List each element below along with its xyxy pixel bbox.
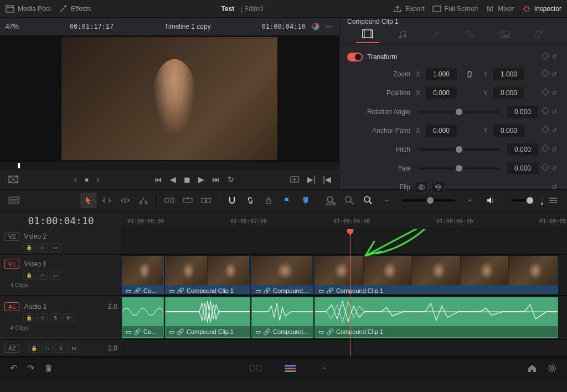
go-end-icon[interactable]: ⏭ (212, 175, 220, 184)
video-clip[interactable]: ▭🔗Compound Clip 1 (315, 256, 558, 294)
yaw-input[interactable] (507, 162, 538, 174)
yaw-slider[interactable] (418, 167, 499, 169)
solo-button[interactable]: S (55, 344, 66, 353)
inspector-button[interactable]: Inspector (522, 4, 561, 13)
pitch-keyframe-icon[interactable] (542, 145, 549, 152)
audio-clip[interactable]: ▭🔗Compound Clip 1 (165, 297, 250, 338)
mixer-button[interactable]: Mixer (486, 4, 514, 13)
video-clip[interactable]: ▭🔗Co… (122, 256, 164, 294)
rotation-keyframe-icon[interactable] (542, 107, 549, 115)
page-fusion-icon[interactable] (316, 362, 333, 375)
pitch-slider[interactable] (418, 148, 499, 151)
zoom-reset-icon[interactable]: ↺ (551, 70, 559, 78)
pitch-reset-icon[interactable]: ↺ (551, 146, 559, 153)
page-cut-icon[interactable] (247, 362, 265, 375)
viewer-title[interactable]: Timeline 1 copy (164, 23, 211, 30)
dynamic-trim-icon[interactable] (117, 193, 133, 208)
anchor-y-input[interactable] (493, 125, 524, 137)
redo-icon[interactable]: ↷ (27, 363, 34, 373)
link-icon[interactable] (466, 70, 473, 78)
flip-reset-icon[interactable]: ↺ (551, 183, 559, 191)
home-icon[interactable] (527, 364, 537, 373)
yaw-reset-icon[interactable]: ↺ (551, 164, 559, 172)
record-icon[interactable]: ● (84, 175, 89, 184)
flip-horizontal-button[interactable] (415, 181, 428, 193)
transform-toggle[interactable] (347, 53, 363, 61)
snap-icon[interactable] (224, 193, 240, 208)
anchor-keyframe-icon[interactable] (542, 126, 549, 133)
play-reverse-icon[interactable]: ◀ (170, 175, 176, 184)
go-start-icon[interactable]: ⏮ (154, 175, 162, 184)
timeline-view-options-icon[interactable] (6, 193, 22, 208)
auto-select-icon[interactable]: ◇ (37, 271, 48, 280)
position-y-input[interactable] (493, 87, 524, 99)
rotation-slider[interactable] (418, 111, 499, 113)
next-edit-icon[interactable]: ▶| (307, 175, 316, 184)
zoom-full-icon[interactable] (342, 193, 358, 208)
audio-clip[interactable]: ▭🔗Co… (122, 297, 164, 338)
viewer-canvas[interactable] (0, 35, 339, 162)
audio-monitor-icon[interactable] (483, 193, 499, 208)
yaw-keyframe-icon[interactable] (542, 163, 549, 171)
inspector-tab-transition[interactable] (460, 27, 482, 42)
prev-marker-icon[interactable]: ‹ (74, 175, 77, 184)
lock-icon[interactable]: 🔒 (28, 344, 39, 353)
auto-select-icon[interactable]: ◇ (37, 313, 48, 322)
page-edit-icon[interactable] (281, 362, 299, 375)
track-head-a2[interactable]: A2 🔒◇SM 2.0 (0, 340, 122, 357)
play-icon[interactable]: ▶ (198, 175, 204, 184)
solo-button[interactable]: S (50, 313, 61, 322)
lock-icon[interactable]: 🔒 (23, 271, 34, 280)
section-keyframe-icon[interactable] (542, 52, 549, 60)
track-enable-icon[interactable]: ▭ (50, 271, 61, 280)
settings-icon[interactable] (547, 363, 557, 373)
timeline-timecode[interactable]: 01:00:04:10 (0, 212, 122, 229)
trim-tool-icon[interactable] (99, 193, 115, 208)
track-head-a1[interactable]: A1Audio 12.0 🔒◇SM 4 Clips (0, 296, 122, 340)
blade-tool-icon[interactable] (136, 193, 152, 208)
section-reset-icon[interactable]: ↺ (551, 53, 559, 61)
position-keyframe-icon[interactable] (542, 88, 549, 96)
flip-vertical-button[interactable] (431, 181, 445, 193)
undo-icon[interactable]: ↶ (10, 363, 17, 373)
position-lock-icon[interactable] (261, 193, 277, 208)
zoom-x-input[interactable] (426, 68, 457, 80)
inspector-tab-image[interactable] (494, 27, 517, 42)
inspector-tab-effects[interactable] (426, 26, 447, 43)
position-x-input[interactable] (426, 87, 457, 99)
pitch-input[interactable] (507, 143, 538, 156)
zoom-selection-icon[interactable] (323, 193, 339, 208)
media-pool-button[interactable]: Media Pool (6, 4, 51, 13)
zoom-in-button[interactable]: + (462, 193, 478, 208)
prev-edit-icon[interactable]: |◀ (323, 175, 331, 184)
lock-icon[interactable]: 🔒 (23, 313, 34, 322)
zoom-out-button[interactable]: − (378, 193, 394, 208)
rotation-input[interactable] (507, 106, 538, 118)
flag-icon[interactable] (279, 193, 295, 208)
match-frame-icon[interactable] (290, 176, 300, 183)
mute-button[interactable]: M (68, 344, 79, 353)
audio-clip[interactable]: ▭🔗Compound Clip 1 (315, 297, 558, 338)
selection-tool-icon[interactable] (80, 193, 96, 208)
replace-icon[interactable] (198, 193, 214, 208)
zoom-slider[interactable] (401, 199, 456, 202)
timeline-ruler[interactable]: 01:00:00:00 01:00:02:00 01:00:04:00 01:0… (122, 212, 567, 229)
zoom-detail-icon[interactable] (360, 193, 376, 208)
track-enable-icon[interactable]: ▭ (50, 243, 61, 252)
insert-icon[interactable] (161, 193, 177, 208)
timeline-menu-icon[interactable] (545, 193, 561, 208)
inspector-tab-audio[interactable] (392, 26, 413, 43)
playhead[interactable] (350, 229, 350, 357)
loop-icon[interactable]: ↻ (228, 175, 234, 184)
zoom-y-input[interactable] (493, 68, 524, 80)
track-lanes[interactable]: ▭🔗Co… ▭🔗Compound Clip 1 ▭🔗Compound… ▭🔗Co… (122, 229, 567, 357)
viewer-scrubber[interactable] (0, 162, 339, 169)
delete-icon[interactable]: 🗑 (44, 363, 53, 373)
marker-icon[interactable] (297, 193, 313, 208)
mute-button[interactable]: M (63, 313, 74, 322)
viewer-zoom[interactable]: 47% (6, 23, 19, 30)
overwrite-icon[interactable] (179, 193, 195, 208)
lock-icon[interactable]: 🔒 (23, 243, 34, 252)
inspector-tab-video[interactable] (356, 25, 379, 43)
video-clip[interactable]: ▭🔗Compound… (251, 256, 313, 294)
